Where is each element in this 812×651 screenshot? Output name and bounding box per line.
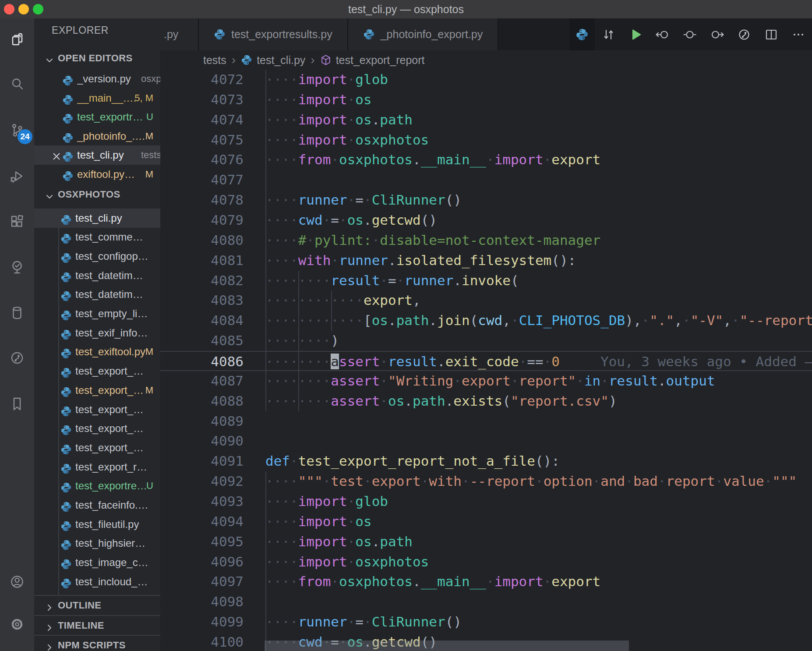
horizontal-scrollbar[interactable] (265, 640, 629, 651)
file-tree-item[interactable]: test_empty_library_… (34, 304, 160, 323)
python-file-icon (60, 310, 72, 321)
file-tree-item[interactable]: test_datetime_form… (34, 266, 160, 285)
breadcrumb-item[interactable]: tests (203, 54, 226, 67)
line-number: 4088 (160, 391, 265, 411)
breadcrumb-item[interactable]: test_export_report (320, 54, 425, 67)
code-line[interactable]: 4085········) (160, 331, 812, 351)
file-tree-item[interactable]: test_datetime_utils.… (34, 285, 160, 304)
split-editor-icon[interactable] (758, 18, 785, 50)
file-tree-item[interactable]: test_export_db.py (34, 419, 160, 438)
code-line[interactable]: 4084············[os.path.join(cwd,·CLI_P… (160, 311, 812, 331)
file-tree-item[interactable]: test_comments.py (34, 227, 160, 247)
code-line[interactable]: 4081····with·runner.isolated_filesystem(… (160, 251, 812, 271)
code-line[interactable]: 4072····import·glob (160, 70, 812, 90)
file-tree-item[interactable]: test_fileutil.py (34, 515, 160, 534)
window-title: test_cli.py — osxphotos (0, 0, 812, 18)
code-line[interactable]: 4088········assert·os.path.exists("repor… (160, 391, 812, 411)
open-editor-item[interactable]: exiftool.py…M (34, 165, 160, 184)
file-tree-item[interactable]: test_export_raw_ca… (34, 457, 160, 477)
code-line[interactable]: 4095····import·os.path (160, 532, 812, 552)
gitlens-toolbar-icon[interactable] (731, 18, 758, 50)
database-icon[interactable] (9, 305, 25, 321)
more-actions-icon[interactable] (785, 18, 812, 50)
record-circle-icon[interactable] (676, 18, 703, 50)
step-back-icon[interactable] (649, 18, 676, 50)
gitlens-icon[interactable] (9, 350, 25, 366)
chevron-right-icon (45, 601, 54, 610)
file-tree-item[interactable]: test_image_convert… (34, 553, 160, 572)
git-status-badge: 5, M (134, 88, 153, 108)
code-line[interactable]: 4077 (160, 170, 812, 190)
code-line[interactable]: 4086········assert·result.exit_code·==·0… (160, 351, 812, 371)
file-tree-item[interactable]: test_incloud_catali… (34, 572, 160, 591)
code-line[interactable]: 4078····runner·=·CliRunner() (160, 190, 812, 210)
code-line[interactable]: 4079····cwd·=·os.getcwd() (160, 210, 812, 230)
code-line[interactable]: 4075····import·osxphotos (160, 130, 812, 150)
file-tree-item[interactable]: test_export_c…M (34, 381, 160, 400)
code-line[interactable]: 4080····#·pylint:·disable=not-context-ma… (160, 230, 812, 251)
settings-gear-icon[interactable] (9, 616, 25, 632)
close-icon[interactable] (51, 149, 62, 160)
file-tree-item[interactable]: test_export_mojave… (34, 438, 160, 457)
bookmarks-icon[interactable] (9, 396, 25, 412)
file-tree-item[interactable]: test_faceinfo.py (34, 495, 160, 515)
chevron-right-icon (45, 640, 54, 650)
editor-tab[interactable]: .py (160, 18, 199, 50)
code-line[interactable]: 4076····from·osxphotos.__main__·import·e… (160, 150, 812, 170)
sidebar-section-npm-scripts[interactable]: NPM SCRIPTS (34, 635, 160, 651)
file-tree-item[interactable]: test_exportres…U (34, 476, 160, 495)
file-tree-item[interactable]: test_export_catalin… (34, 361, 160, 381)
code-line[interactable]: 4094····import·os (160, 512, 812, 532)
code-line[interactable]: 4096····import·osxphotos (160, 552, 812, 572)
code-line[interactable]: 4083············export, (160, 290, 812, 311)
line-number: 4079 (160, 210, 265, 230)
indent-guide (265, 70, 266, 411)
code-line[interactable]: 4074····import·os.path (160, 110, 812, 130)
test-tree-icon[interactable] (9, 259, 25, 275)
code-line[interactable]: 4093····import·glob (160, 492, 812, 512)
file-tree-item[interactable]: test_export_conver… (34, 400, 160, 419)
code-line[interactable]: 4090 (160, 431, 812, 451)
explorer-icon[interactable] (9, 32, 25, 47)
open-changes-icon[interactable] (595, 18, 622, 50)
sidebar-section-timeline[interactable]: TIMELINE (34, 615, 160, 635)
python-interpreter-icon[interactable] (569, 18, 595, 50)
code-line[interactable]: 4099····runner·=·CliRunner() (160, 612, 812, 632)
open-editors-header[interactable]: OPEN EDITORS (34, 49, 160, 68)
breadcrumb-item[interactable]: test_cli.py (241, 54, 305, 67)
breadcrumb[interactable]: tests›test_cli.py›test_export_report (160, 50, 812, 70)
code-line[interactable]: 4073····import·os (160, 90, 812, 110)
code-line[interactable]: 4097····from·osxphotos.__main__·import·e… (160, 572, 812, 592)
line-number: 4087 (160, 371, 265, 391)
code-line[interactable]: 4087········assert·"Writing·export·repor… (160, 371, 812, 391)
open-editor-item[interactable]: _photoinfo_.…M (34, 127, 160, 146)
python-file-icon (62, 94, 74, 106)
run-debug-icon[interactable] (9, 168, 25, 184)
file-tree-item[interactable]: test_cli.py (34, 209, 160, 228)
step-forward-icon[interactable] (703, 18, 731, 50)
account-icon[interactable] (9, 574, 25, 590)
file-tree-item[interactable]: test_configoptions.… (34, 247, 160, 266)
extensions-icon[interactable] (9, 214, 25, 230)
python-file-icon (60, 252, 72, 264)
open-editor-item[interactable]: test_cli.pytests (34, 145, 160, 165)
file-tree-item[interactable]: test_highsierra.py (34, 534, 160, 553)
run-python-file-icon[interactable] (622, 18, 649, 50)
search-icon[interactable] (9, 76, 25, 92)
sidebar-section-outline[interactable]: OUTLINE (34, 595, 160, 615)
file-tree-item[interactable]: test_exiftool.pyM (34, 342, 160, 361)
code-line[interactable]: 4098 (160, 592, 812, 612)
source-control-badge: 24 (18, 129, 32, 144)
python-file-icon (214, 28, 226, 40)
code-line[interactable]: 4091def·test_export_report_not_a_file(): (160, 451, 812, 471)
project-section-header[interactable]: OSXPHOTOS (34, 185, 160, 204)
editor-tab[interactable]: _photoinfo_export.py (348, 18, 499, 50)
code-line[interactable]: 4092····"""·test·export·with·--report·op… (160, 471, 812, 492)
editor-tab[interactable]: test_exportresults.py (199, 18, 348, 50)
open-editor-item[interactable]: __main__.…5, M (34, 88, 160, 108)
open-editor-item[interactable]: _version.pyosxp… (34, 69, 160, 88)
code-line[interactable]: 4089 (160, 411, 812, 432)
open-editor-item[interactable]: test_exportr…U (34, 107, 160, 127)
code-line[interactable]: 4082········result·=·runner.invoke( (160, 271, 812, 291)
file-tree-item[interactable]: test_exif_info.py (34, 323, 160, 343)
